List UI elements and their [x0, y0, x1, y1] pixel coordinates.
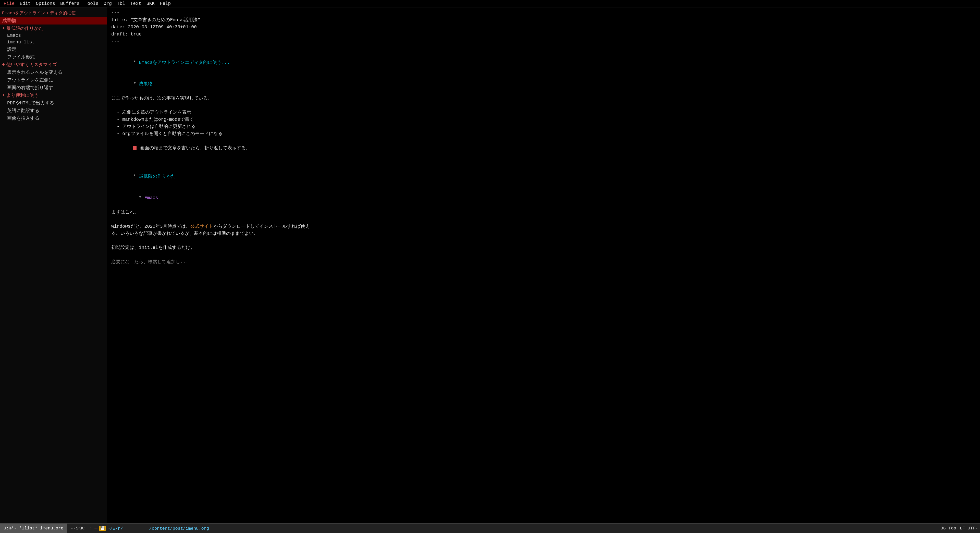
- editor-line-blank-2: [111, 102, 975, 109]
- editor-line-blank-6: [111, 251, 975, 259]
- sidebar-section-label-2: より便利に使う: [6, 92, 38, 98]
- editor-line-5: ここで作ったものは、次の事項を実現している。: [111, 95, 975, 102]
- editor-line-8: る。いろいろな記事が書かれているが、基本的には標準のままでよい。: [111, 230, 975, 237]
- editor-line-7: Windowsだと、2020年3月時点では、公式サイトからダウンロードしてインス…: [111, 223, 975, 230]
- editor-list-2: - markdownまたはorg-modeで書く: [111, 116, 975, 123]
- sidebar: Emacsをアウトラインエディタ的に使… 成果物 + 最低限の作りかた Emac…: [0, 7, 107, 523]
- editor-line-4: ---: [111, 38, 975, 45]
- statusbar-left: U:%*- *Ilist* imenu.org: [0, 523, 67, 533]
- sidebar-title: Emacsをアウトラインエディタ的に使…: [0, 9, 107, 17]
- editor-heading-4: * Emacs: [111, 187, 975, 209]
- editor-wrapper: --- title: "文章書きのためのEmacs活用法" date: 2020…: [107, 7, 980, 523]
- editor-list-1: - 左側に文章のアウトラインを表示: [111, 109, 975, 116]
- sidebar-item-level[interactable]: 表示されるレベルを変える: [0, 68, 107, 76]
- link-official-site[interactable]: 公式サイト: [190, 224, 213, 229]
- menu-edit[interactable]: Edit: [17, 0, 33, 6]
- statusbar-line: 36 Top: [940, 526, 956, 531]
- editor-pane[interactable]: --- title: "文章書きのためのEmacs活用法" date: 2020…: [107, 7, 980, 523]
- editor-line-blank-3: [111, 159, 975, 166]
- statusbar-save-icon: 💾: [99, 526, 106, 531]
- sidebar-section-0[interactable]: + 最低限の作りかた: [0, 24, 107, 32]
- editor-line-3: draft: true: [111, 31, 975, 38]
- editor-list-4: - orgファイルを開くと自動的にこのモードになる: [111, 130, 975, 138]
- sidebar-current-label: 成果物: [2, 18, 16, 24]
- statusbar-skk: --SKK: :: [69, 526, 93, 531]
- sidebar-item-image[interactable]: 画像を挿入する: [0, 115, 107, 122]
- menu-tbl[interactable]: Tbl: [115, 0, 127, 6]
- editor-line-blank-1: [111, 45, 975, 52]
- statusbar: U:%*- *Ilist* imenu.org --SKK: : ← 💾 ~/w…: [0, 523, 980, 533]
- editor-heading-2: * 成果物: [111, 73, 975, 95]
- menu-help[interactable]: Help: [157, 0, 173, 6]
- menu-text[interactable]: Text: [128, 0, 144, 6]
- sidebar-expand-icon-2: +: [2, 93, 5, 98]
- editor-list-5: 画面の端まで文章を書いたら、折り返して表示する。: [111, 138, 975, 159]
- editor-line-10: 必要にな たら、検索して追加し...: [111, 259, 975, 266]
- sidebar-item-imenu-list[interactable]: imenu-list: [0, 39, 107, 45]
- editor-line-1: title: "文章書きのためのEmacs活用法": [111, 17, 975, 24]
- sidebar-expand-icon-1: +: [2, 62, 5, 67]
- menu-org[interactable]: Org: [101, 0, 115, 6]
- editor-list-3: - アウトラインは自動的に更新される: [111, 123, 975, 130]
- statusbar-right: --SKK: : ← 💾 ~/w/h/ /content/post/imenu.…: [67, 523, 980, 533]
- sidebar-item-emacs[interactable]: Emacs: [0, 32, 107, 39]
- menubar: File Edit Options Buffers Tools Org Tbl …: [0, 0, 980, 7]
- editor-line-2: date: 2020-03-12T09:40:33+01:00: [111, 24, 975, 31]
- statusbar-arrow-icon: ←: [94, 525, 97, 531]
- editor-line-0: ---: [111, 10, 975, 17]
- sidebar-item-outline-left[interactable]: アウトラインを左側に: [0, 76, 107, 84]
- menu-file[interactable]: File: [1, 0, 17, 6]
- sidebar-item-settings[interactable]: 設定: [0, 45, 107, 53]
- sidebar-item-pdf-html[interactable]: PDFやHTMLで出力する: [0, 99, 107, 107]
- sidebar-expand-icon-0: +: [2, 26, 5, 31]
- editor-line-9: 初期設定は、init.elを作成するだけ。: [111, 244, 975, 251]
- sidebar-section-label-0: 最低限の作りかた: [6, 25, 43, 32]
- sidebar-item-file-format[interactable]: ファイル形式: [0, 53, 107, 61]
- menu-tools[interactable]: Tools: [82, 0, 101, 6]
- main-area: Emacsをアウトラインエディタ的に使… 成果物 + 最低限の作りかた Emac…: [0, 7, 980, 523]
- editor-line-6: まずはこれ。: [111, 209, 975, 216]
- menu-options[interactable]: Options: [33, 0, 58, 6]
- sidebar-item-wrap[interactable]: 画面の右端で折り返す: [0, 84, 107, 91]
- sidebar-item-translate[interactable]: 英語に翻訳する: [0, 107, 107, 115]
- menu-skk[interactable]: SKK: [144, 0, 157, 6]
- editor-line-blank-4: [111, 216, 975, 223]
- editor-heading-1: * Emacsをアウトラインエディタ的に使う...: [111, 52, 975, 73]
- cursor-block: [133, 146, 137, 150]
- editor-heading-3: * 最低限の作りかた: [111, 166, 975, 188]
- statusbar-encoding: LF UTF-: [960, 526, 978, 531]
- sidebar-section-1[interactable]: + 使いやすくカスタマイズ: [0, 61, 107, 68]
- sidebar-current-item[interactable]: 成果物: [0, 17, 107, 24]
- sidebar-section-2[interactable]: + より便利に使う: [0, 91, 107, 99]
- editor-line-blank-5: [111, 237, 975, 245]
- sidebar-section-label-1: 使いやすくカスタマイズ: [6, 62, 57, 68]
- statusbar-path: ~/w/h/ /content/post/imenu.org: [107, 525, 937, 531]
- menu-buffers[interactable]: Buffers: [58, 0, 82, 6]
